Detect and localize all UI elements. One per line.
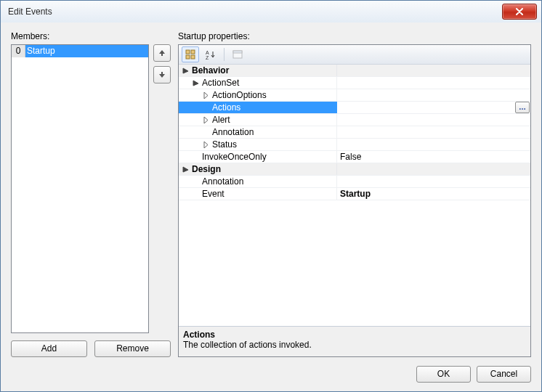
property-grid-rows[interactable]: Behavior ActionSet bbox=[179, 65, 530, 326]
property-row-annotation[interactable]: Annotation bbox=[179, 176, 530, 188]
property-value[interactable] bbox=[337, 126, 530, 138]
svg-rect-7 bbox=[233, 51, 242, 53]
properties-pane: Startup properties: bbox=[178, 31, 531, 357]
category-row-design[interactable]: Design bbox=[179, 163, 530, 176]
remove-button[interactable]: Remove bbox=[94, 340, 171, 357]
category-row-behavior[interactable]: Behavior bbox=[179, 65, 530, 77]
property-label: InvokeOnceOnly bbox=[202, 151, 267, 163]
property-pages-icon bbox=[232, 50, 243, 59]
property-label: Actions bbox=[212, 102, 240, 113]
property-row-invokeonceonly[interactable]: InvokeOnceOnly False bbox=[179, 151, 530, 163]
expand-icon[interactable] bbox=[202, 141, 210, 149]
property-value[interactable]: False bbox=[337, 151, 530, 163]
member-item[interactable]: 0 Startup bbox=[12, 45, 148, 57]
svg-rect-2 bbox=[186, 55, 190, 59]
collapse-icon[interactable] bbox=[192, 79, 200, 87]
properties-label: Startup properties: bbox=[178, 31, 531, 41]
property-row-alert[interactable]: Alert bbox=[179, 114, 530, 126]
move-up-button[interactable] bbox=[153, 44, 171, 62]
svg-text:A: A bbox=[206, 50, 209, 55]
arrow-up-icon bbox=[158, 49, 166, 57]
property-row-annotation-child[interactable]: Annotation bbox=[179, 126, 530, 139]
members-pane: Members: 0 Startup bbox=[11, 31, 171, 357]
property-label: ActionSet bbox=[202, 77, 239, 89]
property-value[interactable] bbox=[337, 114, 530, 126]
dialog-buttons: OK Cancel bbox=[416, 366, 531, 383]
titlebar: Edit Events bbox=[1, 1, 541, 23]
dialog-window: Edit Events Members: 0 Startup bbox=[0, 0, 542, 392]
ellipsis-button[interactable]: … bbox=[515, 102, 530, 113]
property-row-actionoptions[interactable]: ActionOptions bbox=[179, 89, 530, 102]
property-label: Status bbox=[212, 139, 237, 150]
property-label: ActionOptions bbox=[212, 89, 267, 101]
property-value[interactable]: Startup bbox=[337, 188, 530, 200]
client-area: Members: 0 Startup bbox=[1, 23, 541, 391]
property-value[interactable] bbox=[337, 77, 530, 89]
toolbar-separator bbox=[224, 48, 225, 61]
description-title: Actions bbox=[183, 330, 526, 340]
close-icon bbox=[515, 8, 524, 15]
property-value[interactable]: … bbox=[337, 102, 530, 113]
property-value[interactable] bbox=[337, 89, 530, 101]
arrow-down-icon bbox=[158, 71, 166, 78]
close-button[interactable] bbox=[502, 4, 537, 20]
category-label: Behavior bbox=[192, 65, 229, 76]
move-down-button[interactable] bbox=[153, 66, 171, 83]
property-description: Actions The collection of actions invoke… bbox=[179, 326, 530, 356]
svg-text:Z: Z bbox=[206, 55, 209, 60]
categorized-icon bbox=[185, 49, 195, 60]
members-label: Members: bbox=[11, 31, 171, 41]
svg-rect-1 bbox=[191, 50, 195, 54]
reorder-buttons bbox=[153, 44, 171, 333]
member-name: Startup bbox=[25, 45, 148, 57]
ellipsis-icon: … bbox=[519, 102, 526, 113]
category-label: Design bbox=[192, 163, 221, 175]
svg-rect-3 bbox=[191, 55, 195, 59]
add-button[interactable]: Add bbox=[11, 340, 87, 357]
property-label: Alert bbox=[212, 114, 230, 126]
property-label: Event bbox=[202, 188, 225, 200]
cancel-button[interactable]: Cancel bbox=[477, 366, 531, 383]
members-listbox[interactable]: 0 Startup bbox=[11, 44, 149, 333]
expand-icon[interactable] bbox=[202, 91, 210, 99]
property-grid-toolbar: A Z bbox=[179, 45, 530, 65]
property-row-actionset[interactable]: ActionSet bbox=[179, 77, 530, 89]
collapse-icon[interactable] bbox=[182, 67, 190, 75]
description-text: The collection of actions invoked. bbox=[183, 340, 526, 350]
property-label: Annotation bbox=[202, 176, 243, 187]
property-row-status[interactable]: Status bbox=[179, 139, 530, 151]
property-row-event[interactable]: Event Startup bbox=[179, 188, 530, 200]
categorized-button[interactable] bbox=[182, 46, 199, 62]
alphabetical-button[interactable]: A Z bbox=[202, 46, 219, 62]
expand-icon[interactable] bbox=[202, 116, 210, 124]
ok-button[interactable]: OK bbox=[416, 366, 471, 383]
property-value[interactable] bbox=[337, 176, 530, 187]
member-index: 0 bbox=[12, 45, 25, 57]
svg-rect-0 bbox=[186, 50, 190, 54]
property-grid: A Z bbox=[178, 44, 531, 357]
property-pages-button[interactable] bbox=[229, 46, 246, 62]
alpha-sort-icon: A Z bbox=[206, 49, 216, 60]
property-label: Annotation bbox=[212, 126, 254, 138]
collapse-icon[interactable] bbox=[182, 166, 190, 173]
property-row-actions[interactable]: Actions … bbox=[179, 102, 530, 114]
window-title: Edit Events bbox=[8, 7, 502, 17]
property-value[interactable] bbox=[337, 139, 530, 150]
